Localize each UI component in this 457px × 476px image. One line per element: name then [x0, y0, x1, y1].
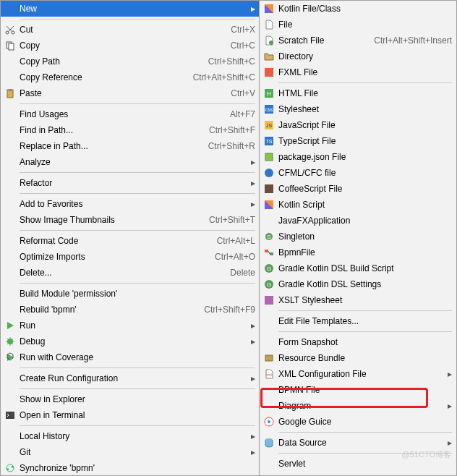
svg-rect-26 [270, 252, 273, 255]
menu-item-shortcut: Ctrl+Alt+O [209, 252, 255, 262]
menu-separator [20, 230, 255, 231]
menu-item-xml-configuration-file[interactable]: xmlXML Configuration File▸ [260, 366, 456, 382]
context-menu-left: New▸CutCtrl+XCopyCtrl+CCopy PathCtrl+Shi… [0, 0, 260, 476]
svg-rect-7 [6, 412, 14, 419]
blank-icon [4, 156, 17, 168]
menu-item-coffeescript-file[interactable]: CoffeeScript File [260, 181, 456, 197]
menu-item-kotlin-file-class[interactable]: Kotlin File/Class [260, 1, 456, 17]
blank-icon [262, 384, 276, 396]
menu-item-stylesheet[interactable]: cssStylesheet [260, 101, 456, 117]
menu-item-analyze[interactable]: Analyze▸ [1, 154, 260, 170]
blank-icon [4, 72, 17, 83]
menu-item-run-with-coverage[interactable]: Run with Coverage [1, 349, 260, 365]
menu-item-label: Show Image Thumbnails [17, 215, 203, 225]
copy-icon [4, 40, 17, 51]
svg-rect-19 [265, 153, 273, 161]
file-icon [262, 19, 276, 30]
menu-item-delete[interactable]: Delete...Delete [1, 265, 260, 281]
menu-item-shortcut: Ctrl+Alt+Shift+Insert [368, 35, 452, 46]
menu-item-singleton[interactable]: SSingleton [260, 229, 456, 245]
menu-item-label: Git [17, 447, 248, 457]
menu-item-run[interactable]: Run▸ [1, 318, 260, 333]
menu-item-shortcut: Ctrl+Shift+F [203, 125, 255, 135]
menu-separator [20, 425, 255, 426]
menu-item-find-in-path[interactable]: Find in Path...Ctrl+Shift+F [1, 122, 260, 138]
svg-text:TS: TS [266, 139, 273, 144]
menu-item-copy-reference[interactable]: Copy ReferenceCtrl+Alt+Shift+C [1, 69, 260, 85]
cfml-icon [262, 167, 276, 179]
menu-item-xslt-stylesheet[interactable]: XSLT Stylesheet [260, 292, 456, 308]
menu-item-google-guice[interactable]: Google Guice [260, 414, 456, 430]
menu-item-label: CFML/CFC file [276, 168, 452, 178]
menu-item-gradle-kotlin-dsl-settings[interactable]: GGradle Kotlin DSL Settings [260, 276, 456, 292]
menu-item-edit-file-templates[interactable]: Edit File Templates... [260, 313, 456, 329]
menu-item-shortcut: Ctrl+Shift+T [203, 215, 255, 225]
menu-item-javascript-file[interactable]: JSJavaScript File [260, 117, 456, 133]
menu-item-typescript-file[interactable]: TSTypeScript File [260, 133, 456, 149]
menu-item-fxml-file[interactable]: FXML File [260, 64, 456, 80]
blank-icon [4, 304, 17, 315]
menu-item-add-to-favorites[interactable]: Add to Favorites▸ [1, 196, 260, 212]
blank-icon [4, 56, 17, 67]
menu-item-debug[interactable]: Debug▸ [1, 333, 260, 349]
submenu-arrow-icon: ▸ [445, 401, 452, 411]
menu-item-html-file[interactable]: HHTML File [260, 85, 456, 101]
menu-item-javafxapplication[interactable]: JavaFXApplication [260, 213, 456, 229]
menu-item-label: Servlet [276, 459, 452, 469]
menu-item-cut[interactable]: CutCtrl+X [1, 22, 260, 38]
menu-item-open-in-terminal[interactable]: Open in Terminal [1, 407, 260, 423]
menu-item-show-image-thumbnails[interactable]: Show Image ThumbnailsCtrl+Shift+T [1, 212, 260, 228]
menu-item-refactor[interactable]: Refactor▸ [1, 175, 260, 191]
menu-item-copy-path[interactable]: Copy PathCtrl+Shift+C [1, 54, 260, 69]
blank-icon [4, 109, 17, 120]
menu-item-label: Copy Path [17, 56, 202, 67]
submenu-arrow-icon: ▸ [248, 4, 255, 14]
menu-item-rebuild-bpmn[interactable]: Rebuild 'bpmn'Ctrl+Shift+F9 [1, 302, 260, 318]
menu-item-cfml-cfc-file[interactable]: CFML/CFC file [260, 165, 456, 181]
svg-point-9 [269, 41, 273, 45]
menu-item-bpmnfile[interactable]: BpmnFile [260, 245, 456, 260]
menu-item-label: Gradle Kotlin DSL Settings [276, 279, 452, 289]
svg-text:H: H [267, 90, 271, 97]
menu-item-label: Delete... [17, 268, 224, 278]
fxml-icon [262, 67, 276, 78]
menu-item-bpmn-file[interactable]: BPMN File [260, 382, 456, 398]
menu-item-copy[interactable]: CopyCtrl+C [1, 38, 260, 54]
menu-item-create-run-configuration[interactable]: Create Run Configuration▸ [1, 370, 260, 386]
menu-item-synchronize-bpmn[interactable]: Synchronize 'bpmn' [1, 460, 260, 476]
blank-icon [4, 198, 17, 210]
context-menu-right: Kotlin File/ClassFileScratch FileCtrl+Al… [259, 0, 457, 476]
menu-item-directory[interactable]: Directory [260, 48, 456, 64]
menu-item-kotlin-script[interactable]: Kotlin Script [260, 197, 456, 213]
menu-item-git[interactable]: Git▸ [1, 444, 260, 460]
menu-item-new[interactable]: New▸ [1, 1, 260, 17]
blank-icon [262, 215, 276, 226]
menu-item-gradle-kotlin-dsl-build-script[interactable]: GGradle Kotlin DSL Build Script [260, 260, 456, 276]
menu-item-local-history[interactable]: Local History▸ [1, 428, 260, 444]
menu-item-label: Diagram [276, 401, 445, 411]
menu-item-form-snapshot[interactable]: Form Snapshot [260, 334, 456, 350]
menu-item-find-usages[interactable]: Find UsagesAlt+F7 [1, 106, 260, 122]
menu-item-package-json-file[interactable]: package.json File [260, 149, 456, 165]
menu-item-build-module-permission[interactable]: Build Module 'permission' [1, 286, 260, 302]
menu-item-diagram[interactable]: Diagram▸ [260, 398, 456, 414]
menu-item-resource-bundle[interactable]: Resource Bundle [260, 350, 456, 366]
menu-item-scratch-file[interactable]: Scratch FileCtrl+Alt+Shift+Insert [260, 33, 456, 48]
ts-icon: TS [262, 135, 276, 147]
svg-text:xml: xml [265, 373, 272, 377]
menu-item-file[interactable]: File [260, 17, 456, 33]
menu-item-optimize-imports[interactable]: Optimize ImportsCtrl+Alt+O [1, 249, 260, 265]
menu-item-label: Debug [17, 336, 248, 347]
menu-item-label: TypeScript File [276, 136, 452, 146]
menu-item-servlet[interactable]: Servlet [260, 456, 456, 472]
menu-item-data-source[interactable]: Data Source▸ [260, 435, 456, 451]
menu-item-show-in-explorer[interactable]: Show in Explorer [1, 391, 260, 407]
menu-item-paste[interactable]: PasteCtrl+V [1, 85, 260, 101]
menu-item-replace-in-path[interactable]: Replace in Path...Ctrl+Shift+R [1, 138, 260, 154]
terminal-icon [4, 409, 17, 421]
js-icon: JS [262, 119, 276, 131]
svg-rect-3 [9, 43, 14, 50]
menu-item-reformat-code[interactable]: Reformat CodeCtrl+Alt+L [1, 233, 260, 249]
bpmn-icon [262, 247, 276, 258]
menu-item-label: Create Run Configuration [17, 373, 248, 383]
